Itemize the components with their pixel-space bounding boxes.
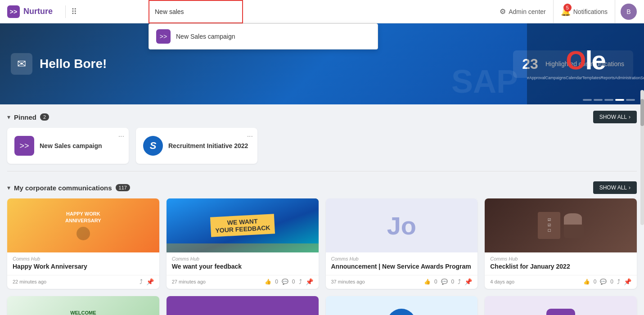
comm-title-checklist: Checklist for January 2022: [490, 262, 631, 270]
corporate-section-title: My corporate communications: [14, 184, 112, 192]
like-count-announcement: 0: [434, 279, 437, 285]
hero-dot-1[interactable]: [583, 99, 592, 101]
admin-center-button[interactable]: ⚙ Admin center: [492, 0, 553, 23]
corporate-count-badge: 117: [116, 184, 130, 191]
share-icon-feedback[interactable]: ⤴: [299, 278, 302, 285]
pinned-section-header: ▾ Pinned 2 SHOW ALL ›: [7, 104, 637, 128]
comm-body-announcement: Comms Hub Announcement | New Service Awa…: [326, 252, 478, 273]
hero-greeting: Hello Bore!: [40, 57, 107, 71]
recruitment-icon-box: >>: [546, 309, 575, 315]
comm-card-recruitment-2022[interactable]: S Comms Hub Recruitment Initiative 2022: [326, 296, 478, 315]
corporate-show-all-button[interactable]: SHOW ALL ›: [593, 181, 637, 194]
app-logo[interactable]: >> Nurture: [7, 5, 53, 18]
comm-footer-anniversary: 22 minutes ago ⤴ 📌: [7, 275, 159, 289]
comment-count-checklist: 0: [610, 279, 613, 285]
corporate-chevron[interactable]: ▾: [7, 184, 10, 191]
feedback-wave: [167, 243, 319, 252]
hero-dot-3[interactable]: [604, 99, 613, 101]
comm-body-anniversary: Comms Hub Happy Work Anniversary: [7, 252, 159, 273]
comm-title-announcement: Announcement | New Service Awards Progra…: [331, 262, 473, 270]
nav-divider: [65, 5, 66, 18]
user-avatar[interactable]: B: [621, 4, 637, 20]
comm-actions-announcement: 👍 0 💬 0 ⤴ 📌: [424, 278, 472, 285]
comm-media-recruitment2022b: >>: [485, 296, 637, 315]
hero-dot-4[interactable]: [615, 99, 624, 101]
pin-icon-checklist[interactable]: 📌: [624, 278, 631, 285]
pin-icon-feedback[interactable]: 📌: [306, 278, 313, 285]
comm-card-checklist[interactable]: ☑☑☐ Comms Hub Checklist for January 2022…: [485, 198, 637, 289]
grid-icon[interactable]: ⠿: [71, 7, 77, 17]
search-box: [149, 0, 243, 23]
like-icon-announcement[interactable]: 👍: [424, 279, 431, 285]
comm-time-announcement: 37 minutes ago: [331, 279, 365, 284]
right-scrollbar[interactable]: [640, 90, 644, 225]
settings-icon: ⚙: [500, 7, 506, 16]
pin-icon-anniversary[interactable]: 📌: [146, 278, 154, 285]
search-input[interactable]: [155, 8, 237, 15]
share-icon-announcement[interactable]: ⤴: [458, 278, 461, 285]
communications-grid-row2: WELCOME Comms Hub Employee onboarding 20…: [7, 296, 637, 315]
comm-body-feedback: Comms Hub We want your feedback: [167, 252, 319, 273]
pinned-cards-list: >> New Sales campaign ··· S Recruitment …: [7, 128, 637, 167]
search-container: >> New Sales campaign: [149, 0, 378, 50]
comm-body-checklist: Comms Hub Checklist for January 2022: [485, 252, 637, 273]
comm-hub-label-anniversary: Comms Hub: [13, 256, 154, 261]
welcome-text: WELCOME: [70, 310, 96, 315]
notifications-badge: 5: [563, 4, 572, 12]
comm-actions-anniversary: ⤴ 📌: [140, 278, 154, 285]
comm-media-sales2: >>: [167, 296, 319, 315]
comm-title-anniversary: Happy Work Anniversary: [13, 262, 154, 270]
search-result-icon: >>: [156, 29, 171, 44]
comm-media-recruitment2022: S: [326, 296, 478, 315]
comm-card-new-sales-2[interactable]: >> Comms Hub New Sales campaign: [167, 296, 319, 315]
notifications-button[interactable]: 🔔 5 Notifications: [554, 0, 615, 23]
ole-logo: Ole: [527, 47, 644, 73]
comm-media-announcement: Jo: [326, 198, 478, 252]
pinned-show-all-button[interactable]: SHOW ALL ›: [593, 111, 637, 123]
pinned-card-new-sales[interactable]: >> New Sales campaign ···: [7, 128, 129, 164]
comm-card-recruitment-2022b[interactable]: >> Comms Hub Recuritment Initiative 2022: [485, 296, 637, 315]
comm-hub-label-announcement: Comms Hub: [331, 256, 473, 261]
search-result-item[interactable]: >> New Sales campaign: [149, 24, 378, 49]
pinned-card-recruitment[interactable]: S Recruitment Initiative 2022 ···: [136, 128, 257, 164]
sales-icon-box: >>: [228, 309, 257, 315]
pinned-count-badge: 2: [40, 113, 49, 121]
pinned-card-menu-sales[interactable]: ···: [118, 132, 124, 140]
comm-media-anniversary: HAPPY WORKANNIVERSARY: [7, 198, 159, 252]
greeting-text: Hello Bore!: [40, 57, 107, 71]
hero-carousel-dots: [583, 99, 635, 101]
comm-hub-label-feedback: Comms Hub: [172, 256, 313, 261]
hero-nav-links: OverviewEditorApprovalCampaignsCalendarT…: [527, 75, 644, 81]
pin-icon-announcement[interactable]: 📌: [464, 278, 472, 285]
share-icon-checklist[interactable]: ⤴: [617, 278, 620, 285]
comm-media-checklist: ☑☑☐: [485, 198, 637, 252]
communications-grid-row1: HAPPY WORKANNIVERSARY Comms Hub Happy Wo…: [7, 198, 637, 289]
hero-dot-5[interactable]: [626, 99, 635, 101]
comm-card-feedback[interactable]: WE WANTYOUR FEEDBACK Comms Hub We want y…: [167, 198, 319, 289]
like-icon-checklist[interactable]: 👍: [583, 279, 590, 285]
feedback-we-want-text: WE WANTYOUR FEEDBACK: [210, 214, 275, 237]
comm-footer-checklist: 4 days ago 👍 0 💬 0 ⤴ 📌: [485, 275, 637, 289]
search-dropdown: >> New Sales campaign: [149, 23, 378, 50]
comm-card-onboarding[interactable]: WELCOME Comms Hub Employee onboarding 20…: [7, 296, 159, 315]
comment-icon-feedback[interactable]: 💬: [282, 279, 288, 285]
comm-hub-label-checklist: Comms Hub: [490, 256, 631, 261]
comm-card-anniversary[interactable]: HAPPY WORKANNIVERSARY Comms Hub Happy Wo…: [7, 198, 159, 289]
share-icon-anniversary[interactable]: ⤴: [140, 278, 143, 285]
like-icon-feedback[interactable]: 👍: [265, 279, 271, 285]
section-divider: [7, 171, 637, 171]
comm-time-checklist: 4 days ago: [490, 279, 514, 284]
corporate-section-header: ▾ My corporate communications 117 SHOW A…: [7, 175, 637, 198]
comm-time-anniversary: 22 minutes ago: [13, 279, 46, 284]
hero-bg-text: SAP: [451, 63, 518, 100]
app-name: Nurture: [23, 7, 53, 16]
pinned-card-menu-recruitment[interactable]: ···: [247, 132, 253, 140]
comm-card-announcement[interactable]: Jo Comms Hub Announcement | New Service …: [326, 198, 478, 289]
scrollbar-thumb[interactable]: [640, 99, 644, 126]
comment-icon-checklist[interactable]: 💬: [600, 279, 607, 285]
comment-icon-announcement[interactable]: 💬: [441, 279, 448, 285]
hero-dot-2[interactable]: [594, 99, 603, 101]
announcement-letter: Jo: [387, 211, 416, 240]
comm-footer-announcement: 37 minutes ago 👍 0 💬 0 ⤴ 📌: [326, 275, 478, 289]
pinned-chevron[interactable]: ▾: [7, 113, 10, 121]
